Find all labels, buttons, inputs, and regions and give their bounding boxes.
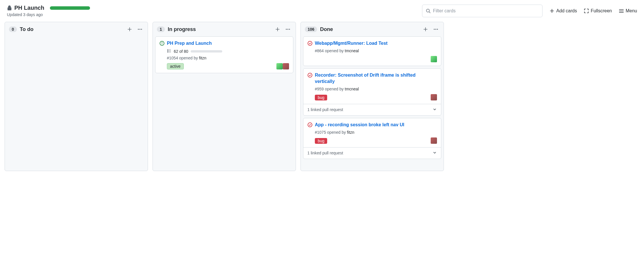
filter-cards-input[interactable]	[433, 8, 539, 13]
column-add-button[interactable]	[274, 26, 281, 33]
issue-status-icon	[307, 72, 313, 79]
issue-status-icon	[307, 122, 313, 128]
add-cards-label: Add cards	[556, 8, 577, 13]
linked-pr-text: 1 linked pull request	[307, 151, 343, 155]
issue-status-icon	[159, 40, 165, 47]
svg-point-6	[287, 29, 288, 30]
fullscreen-button[interactable]: Fullscreen	[584, 8, 612, 13]
svg-point-2	[138, 29, 139, 30]
card-meta: #959 opened by tmcneal	[315, 87, 437, 91]
avatar[interactable]	[431, 94, 437, 100]
column: 0To do	[5, 22, 148, 171]
column-menu-button[interactable]	[136, 26, 144, 33]
assignees	[431, 94, 437, 100]
column-menu-button[interactable]	[432, 26, 440, 33]
avatar[interactable]	[431, 137, 437, 144]
assignees	[431, 137, 437, 144]
column-count-badge: 1	[157, 26, 165, 32]
updated-text: Updated 3 days ago	[7, 12, 422, 17]
card-title-link[interactable]: Webapp/Mgmt/Runner: Load Test	[315, 40, 437, 46]
menu-label: Menu	[626, 8, 637, 13]
menu-button[interactable]: Menu	[619, 8, 637, 13]
card-meta: #1075 opened by fitzn	[315, 130, 437, 135]
avatar[interactable]	[276, 63, 283, 69]
lock-icon	[7, 5, 12, 11]
column: 1In progressPH Prep and Launch62 of 80#1…	[153, 22, 296, 171]
tasklist-icon	[167, 48, 171, 54]
avatar[interactable]	[431, 56, 437, 62]
svg-point-24	[308, 73, 312, 77]
tasklist-count: 62 of 80	[174, 49, 188, 54]
svg-point-28	[308, 123, 312, 127]
svg-point-20	[308, 41, 312, 46]
label-bug[interactable]: bug	[315, 95, 327, 100]
project-header: PH Launch Updated 3 days ago Add cards F…	[0, 0, 644, 20]
assignees	[431, 56, 437, 62]
search-icon	[426, 8, 431, 13]
assignees	[276, 63, 289, 69]
label-active[interactable]: active	[167, 63, 184, 69]
label-bug[interactable]: bug	[315, 138, 327, 144]
project-progress-bar	[50, 6, 90, 10]
svg-point-14	[434, 29, 435, 30]
card[interactable]: Recorder: Screenshot of Drift iframe is …	[303, 68, 441, 116]
card-title-link[interactable]: PH Prep and Launch	[167, 40, 289, 46]
linked-pr-toggle[interactable]: 1 linked pull request	[303, 147, 441, 159]
svg-point-0	[426, 9, 430, 12]
card[interactable]: Webapp/Mgmt/Runner: Load Test#864 opened…	[303, 36, 441, 66]
svg-point-15	[435, 29, 436, 30]
project-board: 0To do1In progressPH Prep and Launch62 o…	[0, 20, 644, 178]
tasklist-progress	[191, 50, 222, 53]
column-count-badge: 106	[305, 26, 317, 32]
add-cards-button[interactable]: Add cards	[549, 8, 577, 13]
linked-pr-text: 1 linked pull request	[307, 107, 343, 112]
svg-point-7	[289, 29, 290, 30]
card-title-link[interactable]: Recorder: Screenshot of Drift iframe is …	[315, 72, 437, 85]
issue-status-icon	[307, 40, 313, 47]
fullscreen-label: Fullscreen	[591, 8, 612, 13]
svg-point-3	[139, 29, 140, 30]
project-title: PH Launch	[14, 5, 44, 11]
card-meta: #1054 opened by fitzn	[167, 56, 289, 60]
hamburger-icon	[619, 8, 624, 13]
column-title: Done	[320, 26, 419, 32]
plus-icon	[549, 8, 555, 13]
card-meta: #864 opened by tmcneal	[315, 48, 437, 53]
card[interactable]: App - recording session broke left nav U…	[303, 118, 441, 159]
card-title-link[interactable]: App - recording session broke left nav U…	[315, 122, 437, 128]
svg-point-13	[162, 44, 162, 44]
column-add-button[interactable]	[422, 26, 429, 33]
svg-point-16	[437, 29, 438, 30]
column-title: In progress	[168, 26, 271, 32]
svg-line-1	[429, 12, 430, 13]
column-add-button[interactable]	[126, 26, 133, 33]
column-count-badge: 0	[9, 26, 17, 32]
filter-cards-input-wrap[interactable]	[422, 5, 542, 17]
svg-point-4	[141, 29, 142, 30]
column-title: To do	[20, 26, 123, 32]
chevron-down-icon	[432, 107, 437, 112]
card[interactable]: PH Prep and Launch62 of 80#1054 opened b…	[155, 36, 293, 73]
column: 106DoneWebapp/Mgmt/Runner: Load Test#864…	[300, 22, 444, 171]
svg-point-5	[286, 29, 287, 30]
avatar[interactable]	[283, 63, 289, 69]
chevron-down-icon	[432, 150, 437, 156]
fullscreen-icon	[584, 8, 589, 13]
column-menu-button[interactable]	[284, 26, 292, 33]
linked-pr-toggle[interactable]: 1 linked pull request	[303, 104, 441, 115]
